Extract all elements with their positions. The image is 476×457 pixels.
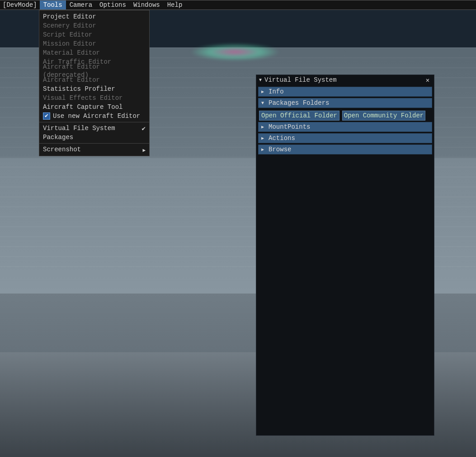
expand-right-icon: ▶ [261, 147, 264, 152]
menu-item-scenery-editor[interactable]: Scenery Editor [39, 21, 149, 30]
screenshot-menu-label: Screenshot [43, 145, 81, 154]
menu-tools[interactable]: Tools [40, 0, 66, 9]
collapse-down-icon: ▼ [261, 101, 264, 106]
menu-item-statistics-profiler[interactable]: Statistics Profiler [39, 84, 149, 93]
menu-item-material-editor[interactable]: Material Editor [39, 48, 149, 57]
virtual-file-system-panel: ▼ Virtual File System ✕ ▶ Info ▼ Package… [256, 75, 434, 436]
close-icon[interactable]: ✕ [424, 76, 431, 84]
menu-item-script-editor[interactable]: Script Editor [39, 30, 149, 39]
collapse-down-icon: ▼ [259, 78, 262, 83]
packages-folders-body: Open Official Folder Open Community Fold… [258, 109, 432, 121]
section-packages-folders[interactable]: ▼ Packages Folders [258, 98, 432, 108]
panel-body: ▶ Info ▼ Packages Folders Open Official … [256, 85, 434, 156]
menu-item-aircraft-editor[interactable]: Aircraft Editor [39, 75, 149, 84]
open-community-folder-button[interactable]: Open Community Folder [342, 111, 425, 121]
menu-item-use-new-aircraft-editor[interactable]: ✔ Use new Aircraft Editor [39, 112, 149, 121]
ceiling-light-glow [190, 43, 280, 61]
menu-separator [39, 143, 149, 144]
menu-camera[interactable]: Camera [66, 0, 96, 9]
checkmark-icon: ✔ [142, 125, 146, 133]
tools-dropdown: Project Editor Scenery Editor Script Edi… [39, 10, 150, 156]
menu-item-packages[interactable]: Packages [39, 133, 149, 142]
panel-title: Virtual File System [264, 76, 337, 84]
menu-item-screenshot[interactable]: Screenshot ▶ [39, 145, 149, 154]
menu-item-virtual-file-system[interactable]: Virtual File System ✔ [39, 124, 149, 133]
section-mountpoints-label: MountPoints [269, 123, 310, 131]
section-packages-folders-label: Packages Folders [269, 99, 329, 107]
panel-titlebar[interactable]: ▼ Virtual File System ✕ [256, 75, 434, 85]
section-actions-label: Actions [269, 135, 295, 142]
menu-item-aircraft-capture-tool[interactable]: Aircraft Capture Tool [39, 103, 149, 112]
section-info-label: Info [269, 88, 284, 95]
section-info[interactable]: ▶ Info [258, 87, 432, 97]
menu-item-mission-editor[interactable]: Mission Editor [39, 39, 149, 48]
menu-help[interactable]: Help [164, 0, 186, 9]
menu-item-aircraft-editor-deprecated[interactable]: Aircraft Editor (deprecated) [39, 66, 149, 75]
submenu-arrow-icon: ▶ [142, 146, 146, 154]
section-browse[interactable]: ▶ Browse [258, 145, 432, 154]
checkbox-checked-icon: ✔ [43, 112, 50, 120]
open-official-folder-button[interactable]: Open Official Folder [259, 111, 339, 121]
menu-item-project-editor[interactable]: Project Editor [39, 12, 149, 21]
section-browse-label: Browse [269, 146, 291, 153]
menu-separator [39, 122, 149, 122]
section-actions[interactable]: ▶ Actions [258, 133, 432, 143]
expand-right-icon: ▶ [261, 89, 264, 94]
vfs-menu-label: Virtual File System [43, 124, 115, 132]
menu-options[interactable]: Options [96, 0, 130, 9]
menu-item-visual-effects-editor[interactable]: Visual Effects Editor [39, 93, 149, 103]
menu-windows[interactable]: Windows [130, 0, 164, 9]
devmode-label: [DevMode] [0, 0, 40, 9]
menubar: [DevMode] Tools Camera Options Windows H… [0, 0, 476, 10]
section-mountpoints[interactable]: ▶ MountPoints [258, 122, 432, 132]
use-new-aircraft-editor-label: Use new Aircraft Editor [53, 112, 140, 120]
expand-right-icon: ▶ [261, 124, 264, 130]
expand-right-icon: ▶ [261, 135, 264, 141]
